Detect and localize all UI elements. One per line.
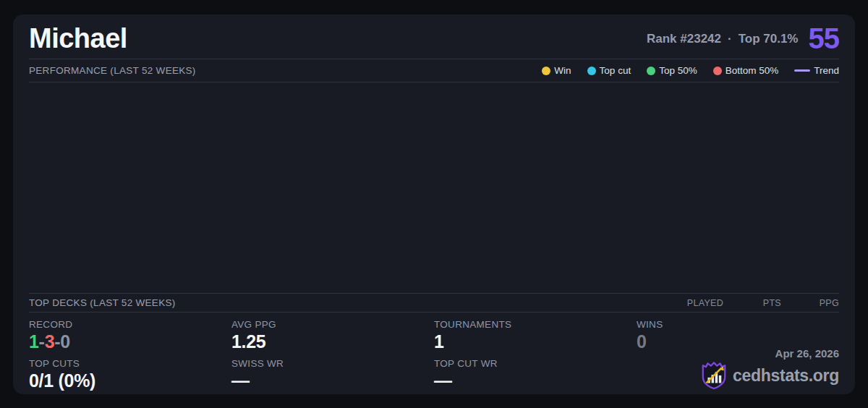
stat-label: TOP CUT WR <box>434 358 637 369</box>
record-wins: 1 <box>29 331 39 352</box>
legend-item-trend: Trend <box>794 65 839 76</box>
record-draws: 0 <box>60 331 70 352</box>
avg-ppg-value: 1.25 <box>231 331 434 352</box>
stat-label: TOURNAMENTS <box>434 319 637 330</box>
stat-tournaments: TOURNAMENTS 1 <box>434 317 637 356</box>
top-50-dot-icon <box>647 67 655 75</box>
top-decks-columns: PLAYED PTS PPG <box>665 298 839 308</box>
stat-label: TOP CUTS <box>29 358 231 369</box>
top-cut-dot-icon <box>587 67 596 75</box>
player-name: Michael <box>29 23 127 54</box>
record-losses: 3 <box>45 331 55 352</box>
stat-avg-ppg: AVG PPG 1.25 <box>231 317 434 356</box>
win-dot-icon <box>542 67 550 75</box>
legend-item-bottom-50: Bottom 50% <box>713 65 779 76</box>
swiss-wr-value: — <box>231 370 434 391</box>
column-header-played: PLAYED <box>665 298 723 308</box>
bottom-50-dot-icon <box>713 67 722 75</box>
percentile-label: Top 70.1% <box>739 32 799 46</box>
stat-label: RECORD <box>29 319 231 330</box>
brand-name: cedhstats.org <box>733 366 839 386</box>
card-footer: Apr 26, 2026 cedhstats.org <box>700 347 839 390</box>
legend-item-top-50: Top 50% <box>647 65 697 76</box>
legend-item-win: Win <box>542 65 571 76</box>
stat-record: RECORD 1-3-0 <box>29 317 231 356</box>
column-header-ppg: PPG <box>781 298 839 308</box>
player-stats-card: Michael Rank #23242 · Top 70.1% 55 PERFO… <box>13 14 855 394</box>
rank-label: Rank #23242 <box>647 32 721 46</box>
legend-label: Win <box>554 65 571 76</box>
rank-separator: · <box>728 32 732 46</box>
stat-label: AVG PPG <box>231 319 434 330</box>
record-value: 1-3-0 <box>29 331 231 352</box>
top-cuts-value: 0/1 (0%) <box>29 370 231 391</box>
tournaments-value: 1 <box>434 331 637 352</box>
stat-label: SWISS WR <box>231 358 434 369</box>
trend-line-icon <box>794 69 810 72</box>
legend-label: Trend <box>814 65 839 76</box>
rank-line: Rank #23242 · Top 70.1% <box>647 32 799 46</box>
report-date: Apr 26, 2026 <box>775 347 839 360</box>
stat-swiss-wr: SWISS WR — <box>231 356 434 395</box>
legend-item-top-cut: Top cut <box>587 65 631 76</box>
column-header-pts: PTS <box>723 298 781 308</box>
legend-label: Top cut <box>600 65 631 76</box>
player-score: 55 <box>809 22 840 55</box>
stats-grid: RECORD 1-3-0 AVG PPG 1.25 TOURNAMENTS 1 … <box>29 313 839 394</box>
top-decks-header: TOP DECKS (LAST 52 WEEKS) PLAYED PTS PPG <box>29 294 839 313</box>
chart-legend: Win Top cut Top 50% Bottom 50% Trend <box>542 65 839 76</box>
stat-label: WINS <box>637 319 839 330</box>
legend-label: Top 50% <box>659 65 697 76</box>
brand-block: cedhstats.org <box>700 361 839 390</box>
cedhstats-shield-logo-icon <box>700 361 728 390</box>
top-cut-wr-value: — <box>434 370 637 391</box>
legend-label: Bottom 50% <box>726 65 779 76</box>
header-rank-block: Rank #23242 · Top 70.1% 55 <box>647 22 839 55</box>
stat-top-cut-wr: TOP CUT WR — <box>434 356 637 395</box>
performance-header: PERFORMANCE (LAST 52 WEEKS) Win Top cut … <box>29 59 839 82</box>
top-decks-title: TOP DECKS (LAST 52 WEEKS) <box>29 297 176 308</box>
record-separator: - <box>39 331 45 352</box>
card-header: Michael Rank #23242 · Top 70.1% 55 <box>29 14 839 59</box>
performance-title: PERFORMANCE (LAST 52 WEEKS) <box>29 65 196 76</box>
stat-top-cuts: TOP CUTS 0/1 (0%) <box>29 356 231 395</box>
performance-chart-area <box>29 82 839 294</box>
